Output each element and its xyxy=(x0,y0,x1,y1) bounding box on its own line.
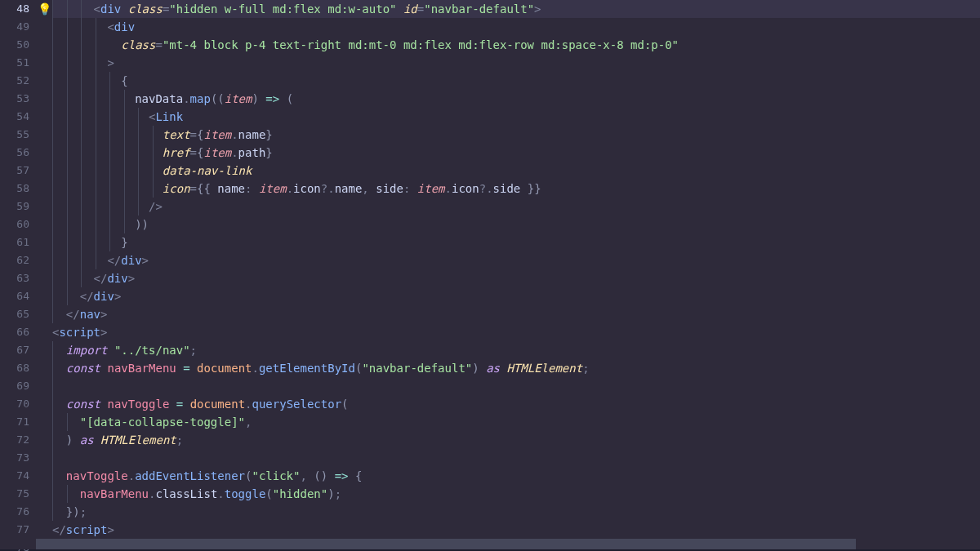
code-line[interactable]: }); xyxy=(52,503,980,521)
gutter-spacer xyxy=(36,180,52,198)
gutter-spacer xyxy=(36,216,52,233)
line-number: 63 xyxy=(0,269,36,287)
gutter-spacer xyxy=(36,90,52,108)
line-number: 67 xyxy=(0,341,36,359)
code-line[interactable]: </div> xyxy=(52,269,980,287)
code-line[interactable]: <Link xyxy=(52,108,980,126)
gutter-spacer xyxy=(36,413,52,431)
gutter-spacer xyxy=(36,36,52,54)
code-content-area[interactable]: David Tierney, 3 weeks ago • prettier, a… xyxy=(52,0,980,539)
code-line[interactable] xyxy=(52,377,980,395)
code-line[interactable]: "[data-collapse-toggle]", xyxy=(52,413,980,431)
line-number: 49 xyxy=(0,18,36,36)
code-line[interactable]: /> xyxy=(52,198,980,216)
code-text: </div> xyxy=(52,290,121,303)
line-number: 72 xyxy=(0,431,36,449)
code-text: </div> xyxy=(52,254,149,267)
code-line[interactable]: </script> xyxy=(52,521,980,539)
code-text: navBarMenu.classList.toggle("hidden"); xyxy=(52,487,341,500)
code-text: )) xyxy=(52,218,149,231)
line-number: 62 xyxy=(0,251,36,269)
code-text: <script> xyxy=(52,326,107,339)
code-text: navToggle.addEventListener("click", () =… xyxy=(52,469,362,482)
gutter-spacer xyxy=(36,144,52,162)
gutter-spacer xyxy=(36,251,52,269)
code-line[interactable]: icon={{ name: item.icon?.name, side: ite… xyxy=(52,180,980,198)
code-line[interactable]: </nav> xyxy=(52,305,980,323)
code-line[interactable]: text={item.name} xyxy=(52,126,980,144)
code-line[interactable]: navBarMenu.classList.toggle("hidden"); xyxy=(52,485,980,503)
line-number-gutter: 4849505152535455565758596061626364656667… xyxy=(0,0,36,539)
gutter-spacer xyxy=(36,467,52,485)
gutter-spacer xyxy=(36,431,52,449)
code-line[interactable]: { xyxy=(52,72,980,90)
code-line[interactable] xyxy=(52,449,980,467)
indent-guide xyxy=(52,449,53,467)
gutter-spacer xyxy=(36,72,52,90)
gutter-spacer xyxy=(36,126,52,144)
gutter-spacer xyxy=(36,54,52,72)
code-text: class="mt-4 block p-4 text-right md:mt-0… xyxy=(52,38,679,51)
line-number: 77 xyxy=(0,521,36,539)
gutter-spacer xyxy=(36,323,52,341)
gutter-spacer xyxy=(36,377,52,395)
line-number: 54 xyxy=(0,108,36,126)
code-text: navData.map((item) => ( xyxy=(52,92,293,105)
line-number: 69 xyxy=(0,377,36,395)
code-text: icon={{ name: item.icon?.name, side: ite… xyxy=(52,182,541,195)
gutter-spacer xyxy=(36,108,52,126)
code-line[interactable]: class="mt-4 block p-4 text-right md:mt-0… xyxy=(52,36,980,54)
code-line[interactable]: )) xyxy=(52,216,980,233)
code-line[interactable]: data-nav-link xyxy=(52,162,980,180)
code-line[interactable]: const navToggle = document.querySelector… xyxy=(52,395,980,413)
code-text: href={item.path} xyxy=(52,146,273,159)
code-line[interactable]: import "../ts/nav"; xyxy=(52,341,980,359)
gutter-spacer xyxy=(36,18,52,36)
code-line[interactable]: </div> xyxy=(52,287,980,305)
code-text: import "../ts/nav"; xyxy=(52,344,197,357)
code-line[interactable]: <script> xyxy=(52,323,980,341)
horizontal-scrollbar-thumb[interactable] xyxy=(36,539,856,549)
code-text: <Link xyxy=(52,110,183,123)
line-number: 75 xyxy=(0,485,36,503)
code-editor[interactable]: 4849505152535455565758596061626364656667… xyxy=(0,0,980,539)
code-line[interactable]: <div xyxy=(52,18,980,36)
code-text: <div class="hidden w-full md:flex md:w-a… xyxy=(52,2,541,16)
indent-guide xyxy=(52,377,53,395)
gutter-spacer xyxy=(36,449,52,467)
gutter-spacer xyxy=(36,359,52,377)
code-line[interactable]: </div> xyxy=(52,251,980,269)
line-number: 51 xyxy=(0,54,36,72)
code-line[interactable]: <div class="hidden w-full md:flex md:w-a… xyxy=(52,0,980,18)
code-text: ) as HTMLElement; xyxy=(52,433,183,447)
line-number: 66 xyxy=(0,323,36,341)
gutter-spacer xyxy=(36,269,52,287)
code-line[interactable]: } xyxy=(52,233,980,251)
gutter-spacer xyxy=(36,305,52,323)
line-number: 55 xyxy=(0,126,36,144)
line-number: 76 xyxy=(0,503,36,521)
gutter-spacer xyxy=(36,162,52,180)
code-text: > xyxy=(52,56,114,69)
lightbulb-icon[interactable]: 💡 xyxy=(36,0,52,18)
code-line[interactable]: navData.map((item) => ( xyxy=(52,90,980,108)
code-line[interactable]: ) as HTMLElement; xyxy=(52,431,980,449)
line-number: 64 xyxy=(0,287,36,305)
gutter-spacer xyxy=(36,521,52,539)
code-text: </script> xyxy=(52,523,114,536)
line-number: 59 xyxy=(0,198,36,216)
code-text: const navToggle = document.querySelector… xyxy=(52,398,349,411)
code-text: } xyxy=(52,236,128,249)
line-number: 48 xyxy=(0,0,36,18)
code-line[interactable]: > xyxy=(52,54,980,72)
code-text: </div> xyxy=(52,272,135,285)
line-number: 53 xyxy=(0,90,36,108)
line-number: 61 xyxy=(0,233,36,251)
gutter-spacer xyxy=(36,485,52,503)
line-number: 73 xyxy=(0,449,36,467)
code-line[interactable]: href={item.path} xyxy=(52,144,980,162)
code-line[interactable]: const navBarMenu = document.getElementBy… xyxy=(52,359,980,377)
code-line[interactable]: navToggle.addEventListener("click", () =… xyxy=(52,467,980,485)
horizontal-scrollbar-track[interactable] xyxy=(0,539,980,549)
gutter-spacer xyxy=(36,233,52,251)
